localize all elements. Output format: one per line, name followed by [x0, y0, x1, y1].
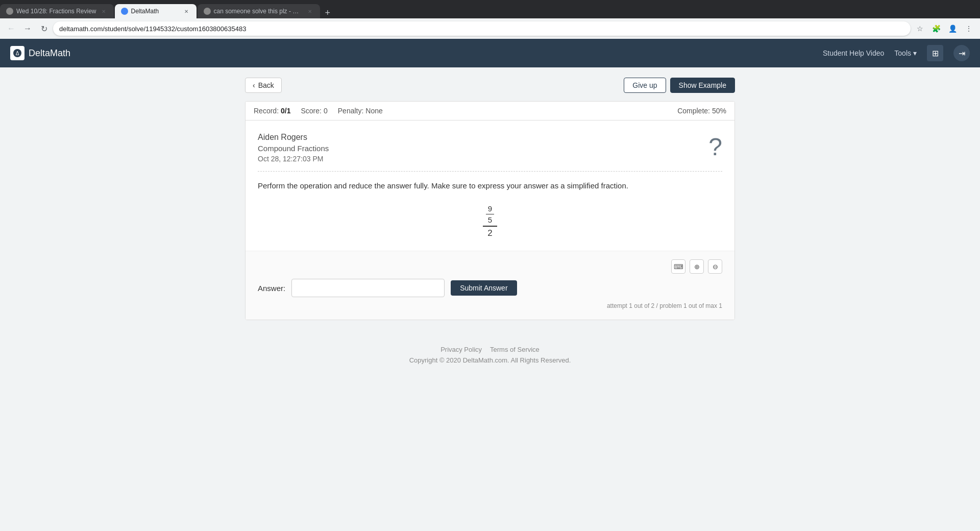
user-avatar-icon[interactable]: ⇥ [953, 45, 970, 61]
answer-tools: ⌨ ⊕ ⊖ [258, 259, 722, 274]
back-label: Back [258, 81, 274, 89]
main-content: ‹ Back Give up Show Example Record: 0/1 … [235, 67, 745, 330]
tab-favicon [6, 8, 13, 15]
header-nav: Student Help Video Tools ▾ ⊞ ⇥ [823, 45, 970, 61]
inner-fraction: 9 5 [486, 204, 494, 224]
answer-row: Answer: Submit Answer [258, 279, 722, 297]
problem-card: Record: 0/1 Score: 0 Penalty: None Compl… [245, 101, 735, 320]
score-value: 0 [324, 107, 328, 115]
student-info: Aiden Rogers Compound Fractions Oct 28, … [258, 133, 722, 163]
student-details: Aiden Rogers Compound Fractions Oct 28, … [258, 133, 329, 163]
student-name: Aiden Rogers [258, 133, 329, 142]
address-bar: ← → ↻ ☆ 🧩 👤 ⋮ [0, 18, 980, 39]
answer-input[interactable] [291, 279, 445, 297]
tab-fractions-review[interactable]: Wed 10/28: Fractions Review ✕ [0, 4, 114, 18]
stat-penalty: Penalty: None [338, 107, 383, 115]
back-arrow-icon: ‹ [253, 81, 255, 89]
privacy-policy-link[interactable]: Privacy Policy [440, 346, 482, 353]
stat-complete: Complete: 50% [677, 107, 726, 115]
record-label: Record: [254, 107, 279, 115]
tab-bar: Wed 10/28: Fractions Review ✕ DeltaMath … [0, 0, 980, 18]
back-button[interactable]: ‹ Back [245, 78, 282, 93]
svg-text:Δ: Δ [16, 51, 19, 56]
reload-button[interactable]: ↻ [37, 21, 51, 36]
stats-left: Record: 0/1 Score: 0 Penalty: None [254, 107, 383, 115]
timestamp: Oct 28, 12:27:03 PM [258, 155, 329, 163]
footer: Privacy Policy Terms of Service Copyrigh… [0, 330, 980, 374]
record-value: 0/1 [281, 107, 290, 115]
tab-favicon-forum [204, 8, 211, 15]
score-label: Score: [301, 107, 322, 115]
app-header: Δ DeltaMath Student Help Video Tools ▾ ⊞… [0, 39, 980, 67]
footer-links: Privacy Policy Terms of Service [0, 346, 980, 353]
complete-label: Complete: [677, 107, 710, 115]
close-tab-forum-icon[interactable]: ✕ [306, 7, 314, 15]
tab-deltamath[interactable]: DeltaMath ✕ [115, 4, 197, 18]
give-up-button[interactable]: Give up [624, 78, 666, 93]
bookmark-icon[interactable]: ☆ [913, 21, 927, 36]
problem-text: Perform the operation and reduce the ans… [258, 180, 722, 192]
show-example-button[interactable]: Show Example [670, 78, 735, 93]
compound-fraction: 9 5 2 [483, 204, 497, 238]
terms-of-service-link[interactable]: Terms of Service [490, 346, 540, 353]
section-divider [258, 171, 722, 172]
tab-favicon-active [121, 8, 128, 15]
help-icon[interactable]: ? [708, 133, 722, 161]
action-bar: ‹ Back Give up Show Example [245, 78, 735, 93]
action-buttons: Give up Show Example [624, 78, 735, 93]
complete-value: 50% [712, 107, 726, 115]
new-tab-button[interactable]: + [321, 8, 335, 18]
tab-title-active: DeltaMath [131, 8, 179, 15]
calculator-icon[interactable]: ⊞ [927, 45, 943, 61]
copyright-text: Copyright © 2020 DeltaMath.com. All Righ… [0, 356, 980, 364]
help-video-link[interactable]: Student Help Video [823, 49, 884, 57]
stats-bar: Record: 0/1 Score: 0 Penalty: None Compl… [246, 102, 734, 120]
stat-score: Score: 0 [301, 107, 328, 115]
close-tab-active-icon[interactable]: ✕ [182, 7, 190, 15]
add-tool-icon[interactable]: ⊕ [690, 259, 704, 274]
tools-dropdown[interactable]: Tools ▾ [894, 49, 917, 57]
stat-record: Record: 0/1 [254, 107, 291, 115]
remove-tool-icon[interactable]: ⊖ [708, 259, 722, 274]
address-input[interactable] [53, 21, 911, 36]
brand: Δ DeltaMath [10, 46, 70, 60]
fraction-inner-denominator: 5 [486, 214, 494, 224]
compound-outer-denominator: 2 [487, 228, 492, 238]
brand-name: DeltaMath [29, 48, 70, 59]
answer-label: Answer: [258, 284, 285, 293]
profile-icon[interactable]: 👤 [945, 21, 960, 36]
tab-title-forum: can someone solve this plz - Bra… [214, 8, 303, 15]
keyboard-icon[interactable]: ⌨ [671, 259, 685, 274]
attempt-info: attempt 1 out of 2 / problem 1 out of ma… [258, 302, 722, 311]
brand-icon: Δ [10, 46, 24, 60]
answer-section: ⌨ ⊕ ⊖ Answer: Submit Answer attempt 1 ou… [246, 251, 734, 320]
compound-divider-line [483, 226, 497, 227]
tab-title: Wed 10/28: Fractions Review [16, 8, 96, 15]
tab-forum[interactable]: can someone solve this plz - Bra… ✕ [198, 4, 320, 18]
submit-answer-button[interactable]: Submit Answer [451, 280, 517, 296]
problem-type: Compound Fractions [258, 144, 329, 153]
penalty-value: None [365, 107, 382, 115]
back-nav-button[interactable]: ← [4, 21, 18, 36]
forward-nav-button[interactable]: → [20, 21, 35, 36]
close-tab-icon[interactable]: ✕ [100, 7, 108, 15]
menu-icon[interactable]: ⋮ [962, 21, 976, 36]
penalty-label: Penalty: [338, 107, 364, 115]
tools-label: Tools [894, 49, 911, 57]
tools-arrow-icon: ▾ [913, 49, 917, 57]
problem-body: Aiden Rogers Compound Fractions Oct 28, … [246, 120, 734, 238]
fraction-numerator: 9 [486, 204, 494, 214]
math-display: 9 5 2 [258, 204, 722, 238]
extensions-icon[interactable]: 🧩 [929, 21, 943, 36]
